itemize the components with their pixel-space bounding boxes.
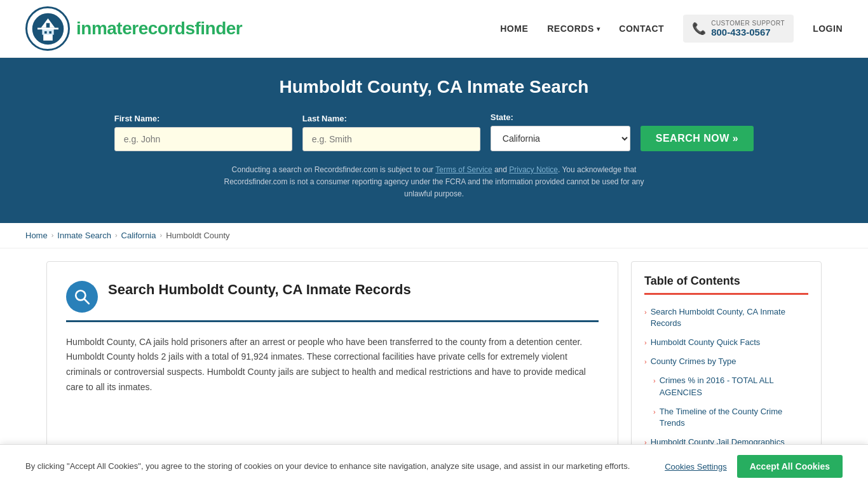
svg-rect-4 (46, 23, 50, 27)
toc-link[interactable]: Humboldt County Quick Facts (651, 337, 761, 348)
chevron-down-icon: ▾ (597, 25, 600, 32)
accept-cookies-button[interactable]: Accept All Cookies (737, 455, 843, 478)
breadcrumb-county: Humboldt County (166, 231, 229, 240)
content-header: Search Humboldt County, CA Inmate Record… (66, 281, 599, 322)
chevron-right-icon: › (644, 357, 647, 367)
state-group: State: AlabamaAlaskaArizonaArkansasCalif… (491, 112, 630, 151)
toc-title: Table of Contents (644, 274, 808, 295)
search-form: First Name: Last Name: State: AlabamaAla… (25, 112, 843, 151)
breadcrumb: Home › Inmate Search › California › Humb… (0, 223, 868, 248)
first-name-input[interactable] (114, 127, 292, 151)
last-name-group: Last Name: (302, 114, 480, 151)
logo-text: inmaterecordsfinder (76, 18, 242, 39)
toc-link[interactable]: The Timeline of the County Crime Trends (660, 406, 808, 429)
chevron-right-icon: › (644, 338, 647, 348)
toc-list: ›Search Humboldt County, CA Inmate Recor… (644, 302, 808, 452)
toc-item[interactable]: ›The Timeline of the County Crime Trends (644, 402, 808, 433)
logo-icon (25, 6, 70, 51)
chevron-right-icon: › (644, 308, 647, 317)
first-name-group: First Name: (114, 114, 292, 151)
breadcrumb-california[interactable]: California (121, 231, 156, 240)
search-icon (74, 288, 90, 305)
cookie-text: By clicking "Accept All Cookies", you ag… (25, 460, 652, 473)
content-title: Search Humboldt County, CA Inmate Record… (108, 281, 411, 299)
toc-item[interactable]: ›Crimes % in 2016 - TOTAL ALL AGENCIES (644, 371, 808, 402)
state-select[interactable]: AlabamaAlaskaArizonaArkansasCaliforniaCo… (491, 126, 630, 151)
first-name-label: First Name: (114, 114, 160, 123)
phone-icon: 📞 (692, 22, 706, 36)
svg-rect-6 (44, 31, 47, 34)
svg-line-9 (85, 299, 89, 303)
toc-link[interactable]: County Crimes by Type (651, 356, 736, 367)
page-title: Humboldt County, CA Inmate Search (25, 77, 843, 97)
last-name-input[interactable] (302, 127, 480, 151)
toc-item[interactable]: ›Humboldt County Quick Facts (644, 333, 808, 352)
customer-support-button[interactable]: 📞 CUSTOMER SUPPORT 800-433-0567 (683, 15, 794, 43)
sidebar: Table of Contents ›Search Humboldt Count… (631, 261, 822, 466)
nav-home[interactable]: HOME (500, 24, 528, 34)
disclaimer-text: Conducting a search on Recordsfinder.com… (212, 164, 656, 201)
nav-records[interactable]: RECORDS ▾ (547, 24, 600, 34)
cookie-actions: Cookies Settings Accept All Cookies (665, 455, 843, 478)
section-icon (66, 281, 98, 313)
chevron-right-icon: › (653, 376, 656, 386)
svg-rect-2 (42, 29, 53, 34)
site-header: inmaterecordsfinder HOME RECORDS ▾ CONTA… (0, 0, 868, 58)
breadcrumb-inmate-search[interactable]: Inmate Search (57, 231, 111, 240)
terms-link[interactable]: Terms of Service (435, 165, 492, 174)
breadcrumb-sep-2: › (115, 231, 118, 239)
state-label: State: (491, 112, 513, 122)
breadcrumb-sep-1: › (51, 231, 54, 239)
support-number: 800-433-0567 (711, 27, 785, 37)
toc-item[interactable]: ›Search Humboldt County, CA Inmate Recor… (644, 302, 808, 333)
toc-item[interactable]: ›County Crimes by Type (644, 352, 808, 371)
chevron-right-icon: › (653, 407, 656, 417)
search-button[interactable]: SEARCH NOW » (641, 126, 754, 151)
cookies-settings-button[interactable]: Cookies Settings (665, 462, 727, 471)
content-body: Humboldt County, CA jails hold prisoners… (66, 335, 599, 395)
main-content: Search Humboldt County, CA Inmate Record… (21, 248, 847, 478)
nav-contact[interactable]: CONTACT (619, 24, 664, 34)
content-card: Search Humboldt County, CA Inmate Record… (46, 261, 618, 466)
logo-area: inmaterecordsfinder (25, 6, 242, 51)
breadcrumb-sep-3: › (160, 231, 163, 239)
svg-rect-7 (49, 31, 51, 34)
main-nav: HOME RECORDS ▾ CONTACT 📞 CUSTOMER SUPPOR… (500, 15, 843, 43)
cookie-banner: By clicking "Accept All Cookies", you ag… (0, 444, 868, 478)
privacy-link[interactable]: Privacy Notice (509, 165, 558, 174)
svg-rect-5 (37, 27, 58, 29)
nav-login[interactable]: LOGIN (813, 24, 843, 34)
breadcrumb-home[interactable]: Home (25, 231, 48, 240)
last-name-label: Last Name: (302, 114, 347, 123)
toc-link[interactable]: Crimes % in 2016 - TOTAL ALL AGENCIES (660, 375, 808, 398)
hero-section: Humboldt County, CA Inmate Search First … (0, 58, 868, 223)
toc-card: Table of Contents ›Search Humboldt Count… (631, 261, 822, 466)
support-label: CUSTOMER SUPPORT (711, 20, 785, 27)
toc-link[interactable]: Search Humboldt County, CA Inmate Record… (651, 306, 808, 329)
